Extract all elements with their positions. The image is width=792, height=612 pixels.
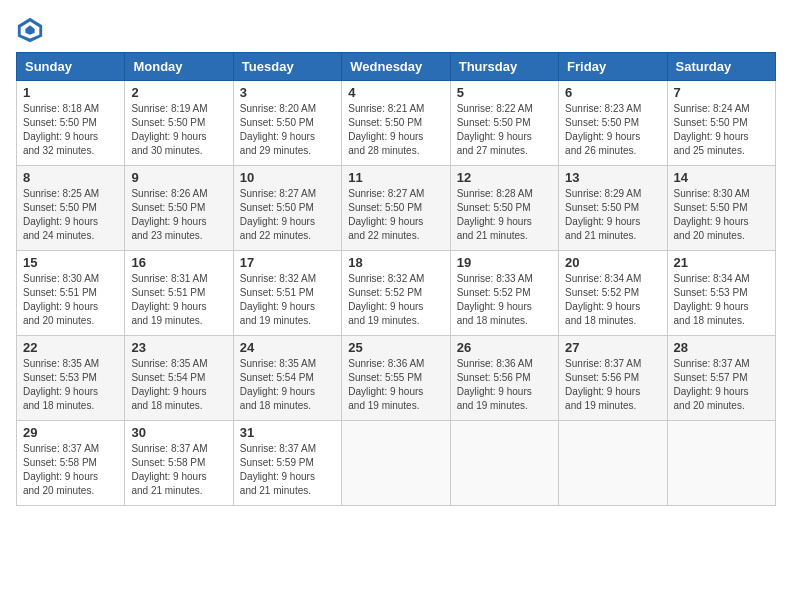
- day-info: Sunrise: 8:34 AM Sunset: 5:53 PM Dayligh…: [674, 272, 769, 328]
- day-number: 4: [348, 85, 443, 100]
- calendar-day-cell: 15Sunrise: 8:30 AM Sunset: 5:51 PM Dayli…: [17, 251, 125, 336]
- calendar-day-cell: 26Sunrise: 8:36 AM Sunset: 5:56 PM Dayli…: [450, 336, 558, 421]
- day-info: Sunrise: 8:26 AM Sunset: 5:50 PM Dayligh…: [131, 187, 226, 243]
- day-info: Sunrise: 8:35 AM Sunset: 5:54 PM Dayligh…: [240, 357, 335, 413]
- day-number: 2: [131, 85, 226, 100]
- day-number: 11: [348, 170, 443, 185]
- day-number: 28: [674, 340, 769, 355]
- calendar-day-cell: 22Sunrise: 8:35 AM Sunset: 5:53 PM Dayli…: [17, 336, 125, 421]
- day-info: Sunrise: 8:28 AM Sunset: 5:50 PM Dayligh…: [457, 187, 552, 243]
- day-info: Sunrise: 8:31 AM Sunset: 5:51 PM Dayligh…: [131, 272, 226, 328]
- day-number: 1: [23, 85, 118, 100]
- day-info: Sunrise: 8:37 AM Sunset: 5:56 PM Dayligh…: [565, 357, 660, 413]
- day-info: Sunrise: 8:19 AM Sunset: 5:50 PM Dayligh…: [131, 102, 226, 158]
- day-number: 20: [565, 255, 660, 270]
- day-info: Sunrise: 8:27 AM Sunset: 5:50 PM Dayligh…: [348, 187, 443, 243]
- calendar-header-row: SundayMondayTuesdayWednesdayThursdayFrid…: [17, 53, 776, 81]
- calendar-day-cell: 4Sunrise: 8:21 AM Sunset: 5:50 PM Daylig…: [342, 81, 450, 166]
- day-number: 30: [131, 425, 226, 440]
- calendar-day-cell: 27Sunrise: 8:37 AM Sunset: 5:56 PM Dayli…: [559, 336, 667, 421]
- day-number: 19: [457, 255, 552, 270]
- day-info: Sunrise: 8:37 AM Sunset: 5:58 PM Dayligh…: [23, 442, 118, 498]
- day-number: 8: [23, 170, 118, 185]
- day-info: Sunrise: 8:27 AM Sunset: 5:50 PM Dayligh…: [240, 187, 335, 243]
- calendar-header-cell: Friday: [559, 53, 667, 81]
- calendar-day-cell: 2Sunrise: 8:19 AM Sunset: 5:50 PM Daylig…: [125, 81, 233, 166]
- calendar-week-row: 22Sunrise: 8:35 AM Sunset: 5:53 PM Dayli…: [17, 336, 776, 421]
- calendar-day-cell: 21Sunrise: 8:34 AM Sunset: 5:53 PM Dayli…: [667, 251, 775, 336]
- calendar-week-row: 29Sunrise: 8:37 AM Sunset: 5:58 PM Dayli…: [17, 421, 776, 506]
- day-info: Sunrise: 8:20 AM Sunset: 5:50 PM Dayligh…: [240, 102, 335, 158]
- calendar-day-cell: 20Sunrise: 8:34 AM Sunset: 5:52 PM Dayli…: [559, 251, 667, 336]
- day-number: 26: [457, 340, 552, 355]
- day-info: Sunrise: 8:29 AM Sunset: 5:50 PM Dayligh…: [565, 187, 660, 243]
- calendar-day-cell: [342, 421, 450, 506]
- day-number: 25: [348, 340, 443, 355]
- calendar-day-cell: 30Sunrise: 8:37 AM Sunset: 5:58 PM Dayli…: [125, 421, 233, 506]
- calendar-day-cell: 18Sunrise: 8:32 AM Sunset: 5:52 PM Dayli…: [342, 251, 450, 336]
- day-info: Sunrise: 8:25 AM Sunset: 5:50 PM Dayligh…: [23, 187, 118, 243]
- day-info: Sunrise: 8:36 AM Sunset: 5:56 PM Dayligh…: [457, 357, 552, 413]
- day-number: 14: [674, 170, 769, 185]
- calendar-day-cell: 14Sunrise: 8:30 AM Sunset: 5:50 PM Dayli…: [667, 166, 775, 251]
- calendar-week-row: 8Sunrise: 8:25 AM Sunset: 5:50 PM Daylig…: [17, 166, 776, 251]
- calendar-header-cell: Thursday: [450, 53, 558, 81]
- calendar-body: 1Sunrise: 8:18 AM Sunset: 5:50 PM Daylig…: [17, 81, 776, 506]
- day-number: 29: [23, 425, 118, 440]
- day-info: Sunrise: 8:35 AM Sunset: 5:54 PM Dayligh…: [131, 357, 226, 413]
- calendar-day-cell: 1Sunrise: 8:18 AM Sunset: 5:50 PM Daylig…: [17, 81, 125, 166]
- calendar-day-cell: 28Sunrise: 8:37 AM Sunset: 5:57 PM Dayli…: [667, 336, 775, 421]
- calendar-day-cell: 24Sunrise: 8:35 AM Sunset: 5:54 PM Dayli…: [233, 336, 341, 421]
- day-number: 6: [565, 85, 660, 100]
- calendar-day-cell: 16Sunrise: 8:31 AM Sunset: 5:51 PM Dayli…: [125, 251, 233, 336]
- day-number: 22: [23, 340, 118, 355]
- day-number: 10: [240, 170, 335, 185]
- day-info: Sunrise: 8:21 AM Sunset: 5:50 PM Dayligh…: [348, 102, 443, 158]
- day-info: Sunrise: 8:23 AM Sunset: 5:50 PM Dayligh…: [565, 102, 660, 158]
- calendar-day-cell: 29Sunrise: 8:37 AM Sunset: 5:58 PM Dayli…: [17, 421, 125, 506]
- calendar-day-cell: [559, 421, 667, 506]
- calendar-day-cell: 17Sunrise: 8:32 AM Sunset: 5:51 PM Dayli…: [233, 251, 341, 336]
- calendar-table: SundayMondayTuesdayWednesdayThursdayFrid…: [16, 52, 776, 506]
- calendar-header-cell: Monday: [125, 53, 233, 81]
- calendar-day-cell: [667, 421, 775, 506]
- day-info: Sunrise: 8:30 AM Sunset: 5:51 PM Dayligh…: [23, 272, 118, 328]
- day-info: Sunrise: 8:34 AM Sunset: 5:52 PM Dayligh…: [565, 272, 660, 328]
- day-number: 18: [348, 255, 443, 270]
- day-number: 16: [131, 255, 226, 270]
- day-number: 12: [457, 170, 552, 185]
- day-number: 23: [131, 340, 226, 355]
- calendar-day-cell: 3Sunrise: 8:20 AM Sunset: 5:50 PM Daylig…: [233, 81, 341, 166]
- logo: [16, 16, 48, 44]
- day-info: Sunrise: 8:36 AM Sunset: 5:55 PM Dayligh…: [348, 357, 443, 413]
- day-info: Sunrise: 8:37 AM Sunset: 5:59 PM Dayligh…: [240, 442, 335, 498]
- calendar-header-cell: Sunday: [17, 53, 125, 81]
- day-number: 24: [240, 340, 335, 355]
- day-info: Sunrise: 8:37 AM Sunset: 5:58 PM Dayligh…: [131, 442, 226, 498]
- calendar-day-cell: 10Sunrise: 8:27 AM Sunset: 5:50 PM Dayli…: [233, 166, 341, 251]
- day-number: 21: [674, 255, 769, 270]
- day-info: Sunrise: 8:24 AM Sunset: 5:50 PM Dayligh…: [674, 102, 769, 158]
- calendar-day-cell: 13Sunrise: 8:29 AM Sunset: 5:50 PM Dayli…: [559, 166, 667, 251]
- calendar-day-cell: 6Sunrise: 8:23 AM Sunset: 5:50 PM Daylig…: [559, 81, 667, 166]
- day-info: Sunrise: 8:35 AM Sunset: 5:53 PM Dayligh…: [23, 357, 118, 413]
- calendar-day-cell: 5Sunrise: 8:22 AM Sunset: 5:50 PM Daylig…: [450, 81, 558, 166]
- calendar-day-cell: 25Sunrise: 8:36 AM Sunset: 5:55 PM Dayli…: [342, 336, 450, 421]
- day-number: 9: [131, 170, 226, 185]
- day-info: Sunrise: 8:37 AM Sunset: 5:57 PM Dayligh…: [674, 357, 769, 413]
- calendar-day-cell: 8Sunrise: 8:25 AM Sunset: 5:50 PM Daylig…: [17, 166, 125, 251]
- day-info: Sunrise: 8:22 AM Sunset: 5:50 PM Dayligh…: [457, 102, 552, 158]
- day-number: 27: [565, 340, 660, 355]
- day-info: Sunrise: 8:32 AM Sunset: 5:52 PM Dayligh…: [348, 272, 443, 328]
- day-info: Sunrise: 8:32 AM Sunset: 5:51 PM Dayligh…: [240, 272, 335, 328]
- calendar-week-row: 15Sunrise: 8:30 AM Sunset: 5:51 PM Dayli…: [17, 251, 776, 336]
- calendar-day-cell: 12Sunrise: 8:28 AM Sunset: 5:50 PM Dayli…: [450, 166, 558, 251]
- logo-icon: [16, 16, 44, 44]
- day-number: 15: [23, 255, 118, 270]
- calendar-header-cell: Wednesday: [342, 53, 450, 81]
- day-number: 7: [674, 85, 769, 100]
- day-number: 31: [240, 425, 335, 440]
- calendar-week-row: 1Sunrise: 8:18 AM Sunset: 5:50 PM Daylig…: [17, 81, 776, 166]
- calendar-day-cell: 9Sunrise: 8:26 AM Sunset: 5:50 PM Daylig…: [125, 166, 233, 251]
- calendar-day-cell: [450, 421, 558, 506]
